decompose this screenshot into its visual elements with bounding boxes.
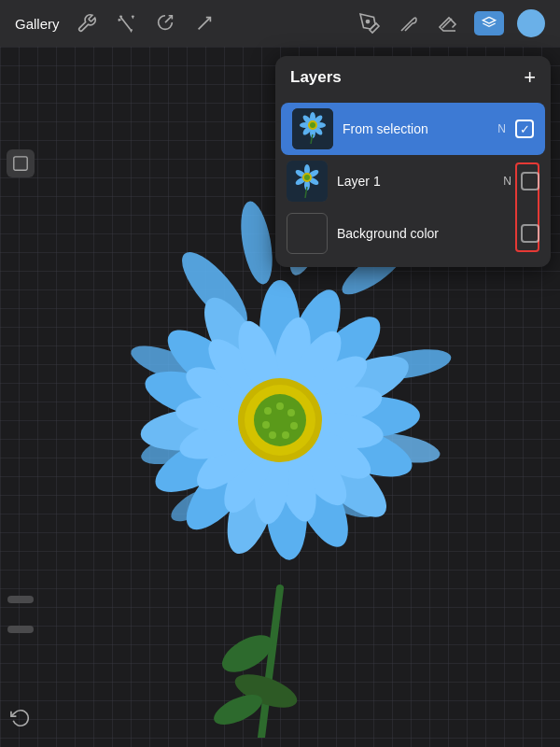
svg-point-54 xyxy=(290,422,298,430)
svg-point-52 xyxy=(276,402,284,410)
layer1-info: Layer 1 N xyxy=(337,174,511,189)
gallery-button[interactable]: Gallery xyxy=(15,16,60,32)
svg-rect-59 xyxy=(14,157,27,170)
toolbar-left: Gallery xyxy=(15,11,217,35)
sidebar-transform-tool[interactable] xyxy=(7,149,35,177)
smudge-icon[interactable] xyxy=(396,10,422,36)
svg-line-2 xyxy=(198,18,210,30)
svg-point-79 xyxy=(304,175,310,180)
sidebar-slider-1[interactable] xyxy=(7,596,34,603)
svg-point-70 xyxy=(310,122,315,128)
magic-wand-icon[interactable] xyxy=(114,11,138,35)
background-checkbox[interactable] xyxy=(521,224,539,243)
layer-thumb-from-selection xyxy=(292,108,333,149)
sidebar-slider-2[interactable] xyxy=(7,626,34,633)
svg-point-56 xyxy=(269,431,276,439)
layers-title: Layers xyxy=(290,68,342,87)
background-name: Background color xyxy=(337,226,511,241)
left-sidebar xyxy=(0,93,41,747)
undo-button[interactable] xyxy=(7,704,35,732)
layer-from-selection-blend: N xyxy=(497,122,506,135)
layers-button[interactable] xyxy=(474,11,504,35)
layers-header: Layers + xyxy=(275,56,551,99)
svg-line-0 xyxy=(120,18,130,30)
svg-point-58 xyxy=(264,407,272,415)
transform-icon[interactable] xyxy=(153,11,177,35)
user-avatar[interactable] xyxy=(517,9,545,37)
toolbar: Gallery xyxy=(0,0,560,47)
layer-item-layer1[interactable]: Layer 1 N xyxy=(287,155,539,207)
wrench-icon[interactable] xyxy=(75,11,99,35)
layer-item-background[interactable]: Background color xyxy=(287,207,539,260)
svg-point-8 xyxy=(235,199,277,287)
svg-point-53 xyxy=(287,409,295,416)
eraser-icon[interactable] xyxy=(435,10,461,36)
layer-thumb-layer1 xyxy=(287,161,328,202)
svg-point-3 xyxy=(367,21,370,23)
svg-point-51 xyxy=(254,394,306,446)
layer-thumb-background xyxy=(287,213,328,254)
layers-list: From selection N xyxy=(275,99,551,267)
svg-point-55 xyxy=(282,431,289,439)
layer1-name: Layer 1 xyxy=(337,174,496,189)
layer1-checkbox[interactable] xyxy=(521,172,539,190)
pen-tool-icon[interactable] xyxy=(357,10,383,36)
svg-line-1 xyxy=(165,16,172,22)
layer-from-selection-checkbox[interactable] xyxy=(515,120,534,138)
svg-point-57 xyxy=(262,421,270,429)
draw-icon[interactable] xyxy=(192,11,217,35)
add-layer-button[interactable]: + xyxy=(524,67,536,88)
layers-panel: Layers + xyxy=(275,56,551,267)
layer-from-selection-name: From selection xyxy=(343,121,490,136)
layer-from-selection-info: From selection N xyxy=(343,121,506,136)
layer1-blend: N xyxy=(503,175,511,188)
toolbar-right xyxy=(357,9,545,37)
layer-item-from-selection[interactable]: From selection N xyxy=(281,103,545,155)
background-info: Background color xyxy=(337,226,511,241)
